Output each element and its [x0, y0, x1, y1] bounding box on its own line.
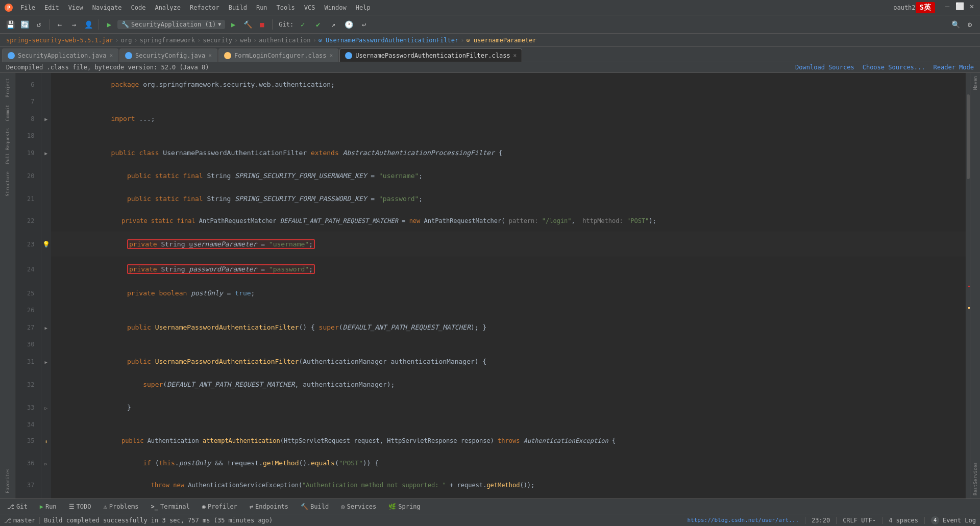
terminal-tool[interactable]: >_ Terminal: [148, 502, 193, 511]
code-scroll[interactable]: 6 package org.springframework.security.w…: [15, 73, 970, 498]
git-label: Git:: [279, 21, 293, 28]
line-content: } else {: [51, 496, 970, 498]
event-log-status[interactable]: 4 Event Log: [931, 516, 976, 524]
forward-button[interactable]: →: [68, 18, 80, 31]
menu-view[interactable]: View: [64, 3, 87, 12]
menu-file[interactable]: File: [16, 3, 39, 12]
tab-close-security-app[interactable]: ✕: [109, 52, 113, 59]
table-row: 25 private boolean postOnly = true;: [15, 282, 970, 305]
menu-help[interactable]: Help: [352, 3, 375, 12]
tab-label-security-app: SecurityApplication.java: [18, 52, 106, 59]
reader-mode-link[interactable]: Reader Mode: [934, 64, 974, 71]
git-rollback[interactable]: ↩: [358, 18, 370, 31]
problems-tool[interactable]: ⚠ Problems: [101, 502, 142, 511]
run-tool[interactable]: ▶ Run: [37, 502, 60, 511]
menu-build[interactable]: Build: [225, 3, 251, 12]
git-branch-status[interactable]: ⎇ master: [4, 517, 35, 524]
git-push[interactable]: ↗: [327, 18, 339, 31]
line-number: 22: [15, 210, 41, 232]
profiler-tool-label: Profiler: [208, 503, 237, 510]
menu-vcs[interactable]: VCS: [300, 3, 320, 12]
toolbar: 💾 🔄 ↺ ← → 👤 ▶ 🔧 SecurityApplication (1) …: [0, 15, 980, 34]
sidebar-project[interactable]: Project: [4, 75, 11, 101]
spring-tool-icon: 🌿: [388, 503, 396, 510]
tab-close-username-filter[interactable]: ✕: [513, 52, 517, 59]
spring-tool[interactable]: 🌿 Spring: [385, 502, 423, 511]
git-history[interactable]: 🕐: [342, 18, 355, 31]
download-sources-link[interactable]: Download Sources: [795, 64, 854, 71]
menu-analyze[interactable]: Analyze: [151, 3, 185, 12]
sync-button[interactable]: 🔄: [18, 18, 31, 31]
git-tool[interactable]: ⎇ Git: [4, 502, 31, 511]
menu-navigate[interactable]: Navigate: [88, 3, 126, 12]
git-branch-icon: ⎇: [4, 517, 11, 524]
line-gutter: [41, 130, 51, 141]
status-bar: ⎇ master Build completed successfully in…: [0, 514, 980, 526]
git-tick[interactable]: ✔: [312, 18, 324, 31]
refresh-button[interactable]: ↺: [33, 18, 45, 31]
tab-label-username-filter: UsernamePasswordAuthenticationFilter.cla…: [355, 52, 510, 59]
breadcrumb-param[interactable]: ⊙ usernameParameter: [466, 37, 536, 44]
search-button[interactable]: 🔍: [949, 18, 962, 31]
git-check[interactable]: ✓: [297, 18, 309, 31]
back-button[interactable]: ←: [54, 18, 66, 31]
breadcrumb-org[interactable]: org: [121, 37, 132, 44]
breadcrumb-jar[interactable]: spring-security-web-5.5.1.jar: [6, 37, 113, 44]
endpoints-tool[interactable]: ⇄ Endpoints: [247, 502, 291, 511]
run-config-selector[interactable]: 🔧 SecurityApplication (1) ▼: [117, 20, 225, 29]
line-number: 23: [15, 232, 41, 257]
line-gutter: ▷: [41, 396, 51, 419]
maven-label[interactable]: Maven: [972, 74, 979, 92]
close-button[interactable]: ✕: [968, 2, 976, 10]
breadcrumb-filter[interactable]: ⊙ UsernamePasswordAuthenticationFilter: [318, 37, 459, 44]
encoding-status[interactable]: CRLF UTF-: [843, 517, 876, 524]
recent-button[interactable]: 👤: [82, 18, 94, 31]
stop-button[interactable]: ■: [256, 18, 268, 31]
rest-services-label[interactable]: RestServices: [972, 460, 979, 497]
vertical-scrollbar[interactable]: [966, 73, 970, 498]
todo-tool[interactable]: ☰ TODO: [66, 502, 94, 511]
line-gutter: ▶: [41, 107, 51, 130]
save-button[interactable]: 💾: [4, 18, 16, 31]
build-tool[interactable]: 🔨 Build: [298, 502, 332, 511]
build-button[interactable]: 🔨: [241, 18, 254, 31]
scrollbar-thumb[interactable]: [967, 94, 970, 180]
run-button[interactable]: ▶: [227, 18, 239, 31]
breadcrumb-security[interactable]: security: [203, 37, 232, 44]
tab-username-filter[interactable]: UsernamePasswordAuthenticationFilter.cla…: [339, 48, 522, 62]
tab-close-form-login[interactable]: ✕: [330, 52, 333, 59]
line-content: [51, 130, 970, 141]
table-row: 34: [15, 419, 970, 430]
git-controls: Git: ✓ ✔ ↗ 🕐 ↩: [279, 18, 370, 31]
status-sep-2: [805, 517, 805, 524]
profiler-tool[interactable]: ◉ Profiler: [199, 502, 240, 511]
line-col-status[interactable]: 23:20: [812, 517, 830, 524]
tab-close-security-config[interactable]: ✕: [208, 52, 212, 59]
tab-security-app[interactable]: SecurityApplication.java ✕: [2, 48, 118, 62]
settings-button[interactable]: ⚙: [964, 18, 976, 31]
sidebar-favorites[interactable]: Favorites: [4, 465, 11, 496]
title-bar: P File Edit View Navigate Code Analyze R…: [0, 0, 980, 15]
sidebar-structure[interactable]: Structure: [4, 168, 11, 199]
menu-code[interactable]: Code: [127, 3, 150, 12]
breadcrumb-springframework[interactable]: springframework: [140, 37, 195, 44]
menu-window[interactable]: Window: [320, 3, 350, 12]
choose-sources-link[interactable]: Choose Sources...: [863, 64, 925, 71]
tab-form-login[interactable]: FormLoginConfigurer.class ✕: [218, 48, 338, 62]
breadcrumb: spring-security-web-5.5.1.jar › org › sp…: [0, 34, 980, 47]
sidebar-commit[interactable]: Commit: [4, 102, 11, 124]
menu-tools[interactable]: Tools: [273, 3, 299, 12]
breadcrumb-authentication[interactable]: authentication: [259, 37, 310, 44]
breadcrumb-web[interactable]: web: [240, 37, 251, 44]
maximize-button[interactable]: ⬜: [955, 2, 964, 10]
services-tool[interactable]: ◎ Services: [338, 502, 379, 511]
minimize-button[interactable]: —: [943, 2, 951, 10]
menu-run[interactable]: Run: [252, 3, 272, 12]
spaces-status[interactable]: 4 spaces: [889, 517, 918, 524]
tab-security-config[interactable]: SecurityConfig.java ✕: [119, 48, 217, 62]
menu-refactor[interactable]: Refactor: [186, 3, 224, 12]
sidebar-pull-requests[interactable]: Pull Requests: [4, 125, 11, 167]
menu-edit[interactable]: Edit: [40, 3, 63, 12]
toolbar-sep-2: [99, 19, 99, 30]
green-run-button[interactable]: ▶: [103, 18, 115, 31]
